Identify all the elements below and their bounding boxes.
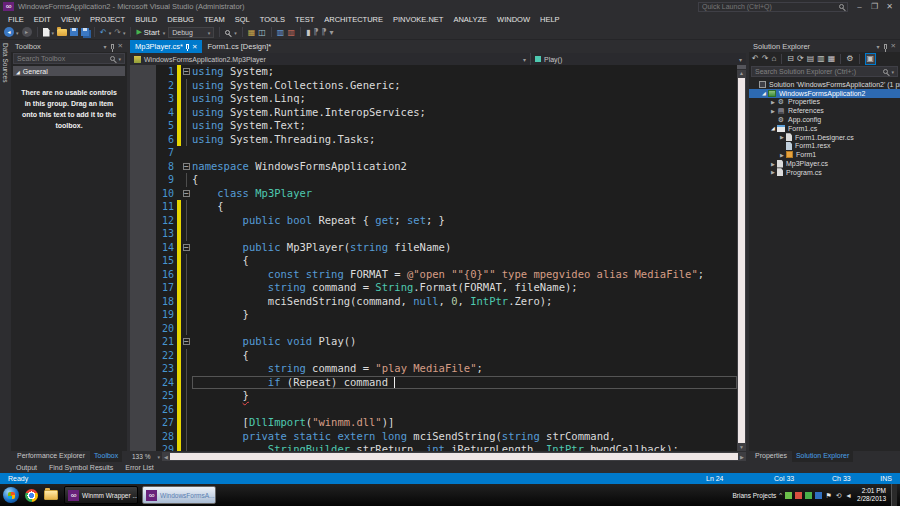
code-text[interactable]: } — [192, 308, 737, 322]
breakpoint-margin[interactable] — [130, 416, 156, 430]
code-text[interactable]: { — [192, 254, 737, 268]
navigate-backward-icon[interactable]: ◂ — [4, 27, 19, 37]
toolbar-overflow-icon[interactable]: ▾ — [330, 28, 334, 37]
members-dropdown[interactable]: Play() ▾ — [531, 53, 746, 65]
fold-margin[interactable]: − — [181, 160, 192, 174]
code-line-19[interactable]: 19 } — [130, 308, 737, 322]
breakpoint-margin[interactable] — [130, 362, 156, 376]
breakpoint-margin[interactable] — [130, 268, 156, 282]
code-line-3[interactable]: 3using System.Linq; — [130, 92, 737, 106]
breakpoint-margin[interactable] — [130, 308, 156, 322]
breakpoint-margin[interactable] — [130, 403, 156, 417]
se-preview-selected-icon[interactable]: ▣ — [865, 53, 877, 65]
tray-bluetooth-icon[interactable] — [815, 492, 822, 499]
code-line-24[interactable]: 24 if (Repeat) command — [130, 376, 737, 390]
dock-tab-find-symbol-results[interactable]: Find Symbol Results — [49, 464, 113, 471]
start-debugging-button[interactable]: ▶ Start — [136, 28, 165, 37]
scroll-down-icon[interactable]: ▼ — [739, 444, 744, 451]
bookmark-icon[interactable]: ▮ — [306, 28, 310, 37]
code-line-2[interactable]: 2using System.Collections.Generic; — [130, 79, 737, 93]
breakpoint-margin[interactable] — [130, 349, 156, 363]
bookmark-prev-icon[interactable]: ⁋ — [321, 28, 326, 37]
breakpoint-margin[interactable] — [130, 79, 156, 93]
code-line-21[interactable]: 21− public void Play() — [130, 335, 737, 349]
scroll-left-icon[interactable]: ◀ — [162, 454, 170, 460]
code-text[interactable]: public Mp3Player(string fileName) — [192, 241, 737, 255]
breakpoint-margin[interactable] — [130, 376, 156, 390]
tray-chart-icon[interactable] — [805, 492, 812, 499]
breakpoint-margin[interactable] — [130, 92, 156, 106]
tree-item-properties[interactable]: ▶Properties — [749, 98, 900, 107]
breakpoint-margin[interactable] — [130, 65, 156, 79]
menu-test[interactable]: TEST — [290, 15, 319, 24]
code-text[interactable] — [192, 227, 737, 241]
code-line-4[interactable]: 4using System.Runtime.InteropServices; — [130, 106, 737, 120]
code-text[interactable]: using System.Text; — [192, 119, 737, 133]
code-text[interactable]: using System.Runtime.InteropServices; — [192, 106, 737, 120]
code-text[interactable]: using System; — [192, 65, 737, 79]
menu-pinvoke-net[interactable]: PINVOKE.NET — [388, 15, 448, 24]
code-line-26[interactable]: 26 — [130, 403, 737, 417]
horizontal-scrollbar[interactable]: ◀ ▶ — [162, 452, 746, 461]
code-line-9[interactable]: 9{ — [130, 173, 737, 187]
pin-icon[interactable] — [884, 44, 887, 49]
window-position-icon[interactable] — [877, 43, 880, 50]
tab-form1-cs-design[interactable]: Form1.cs [Design]* — [202, 40, 276, 53]
code-line-15[interactable]: 15 { — [130, 254, 737, 268]
tree-item-form1-cs[interactable]: ◢Form1.cs — [749, 124, 900, 133]
code-text[interactable]: using System.Threading.Tasks; — [192, 133, 737, 147]
menu-view[interactable]: VIEW — [56, 15, 85, 24]
dock-tab-error-list[interactable]: Error List — [125, 464, 153, 471]
scroll-right-icon[interactable]: ▶ — [738, 454, 746, 460]
restore-button[interactable]: ❐ — [867, 1, 882, 13]
collapse-region-icon[interactable]: − — [183, 190, 190, 197]
menu-analyze[interactable]: ANALYZE — [448, 15, 492, 24]
tree-item-form1-designer-cs[interactable]: ▶Form1.Designer.cs — [749, 133, 900, 142]
code-text[interactable]: [DllImport("winmm.dll")] — [192, 416, 737, 430]
tree-item-app-config[interactable]: App.config — [749, 115, 900, 124]
menu-project[interactable]: PROJECT — [85, 15, 130, 24]
code-line-20[interactable]: 20 — [130, 322, 737, 336]
breakpoint-margin[interactable] — [130, 443, 156, 451]
breakpoint-margin[interactable] — [130, 322, 156, 336]
tool-tab-performance-explorer[interactable]: Performance Explorer — [13, 451, 89, 462]
explorer-taskbar-icon[interactable] — [44, 490, 58, 500]
breakpoint-margin[interactable] — [130, 335, 156, 349]
navigate-forward-icon[interactable]: ▸ — [22, 27, 32, 37]
save-icon[interactable] — [70, 28, 78, 36]
code-text[interactable] — [192, 403, 737, 417]
breakpoint-margin[interactable] — [130, 200, 156, 214]
collapse-region-icon[interactable]: − — [183, 338, 190, 345]
save-all-icon[interactable] — [81, 28, 89, 36]
taskbar-button-winmm-wrapper[interactable]: ∞Winmm Wrapper ... — [64, 486, 138, 504]
types-dropdown[interactable]: WindowsFormsApplication2.Mp3Player ▾ — [130, 53, 531, 65]
dock-tab-output[interactable]: Output — [16, 464, 37, 471]
menu-architecture[interactable]: ARCHITECTURE — [319, 15, 388, 24]
code-text[interactable]: string command = "play MediaFile"; — [192, 362, 737, 376]
find-in-files-icon[interactable] — [225, 28, 237, 37]
properties-window-shortcut-icon[interactable]: ◫ — [258, 28, 266, 37]
comment-selection-icon[interactable]: ▥ — [277, 28, 285, 37]
menu-tools[interactable]: TOOLS — [255, 15, 290, 24]
tree-item-form1[interactable]: ▶Form1 — [749, 150, 900, 159]
toolbox-title-bar[interactable]: Toolbox — [11, 40, 127, 52]
code-line-11[interactable]: 11 { — [130, 200, 737, 214]
menu-help[interactable]: HELP — [535, 15, 565, 24]
breakpoint-margin[interactable] — [130, 227, 156, 241]
se-forward-icon[interactable]: ↷ — [762, 54, 769, 64]
pin-icon[interactable] — [111, 44, 114, 49]
code-text[interactable]: string command = String.Format(FORMAT, f… — [192, 281, 737, 295]
taskbar-button-windowsformsa[interactable]: ∞WindowsFormsA... — [142, 486, 216, 504]
horizontal-scroll-thumb[interactable] — [170, 453, 738, 460]
code-line-22[interactable]: 22 { — [130, 349, 737, 363]
code-text[interactable]: public bool Repeat { get; set; } — [192, 214, 737, 228]
breakpoint-margin[interactable] — [130, 295, 156, 309]
expanded-arrow-icon[interactable]: ◢ — [760, 90, 768, 96]
breakpoint-margin[interactable] — [130, 106, 156, 120]
zoom-control[interactable]: 133 % — [130, 452, 162, 462]
code-text[interactable]: { — [192, 349, 737, 363]
code-text[interactable]: public void Play() — [192, 335, 737, 349]
new-file-icon[interactable] — [43, 28, 55, 37]
tray-app-green-icon[interactable] — [785, 492, 792, 499]
fold-margin[interactable]: − — [181, 335, 192, 349]
